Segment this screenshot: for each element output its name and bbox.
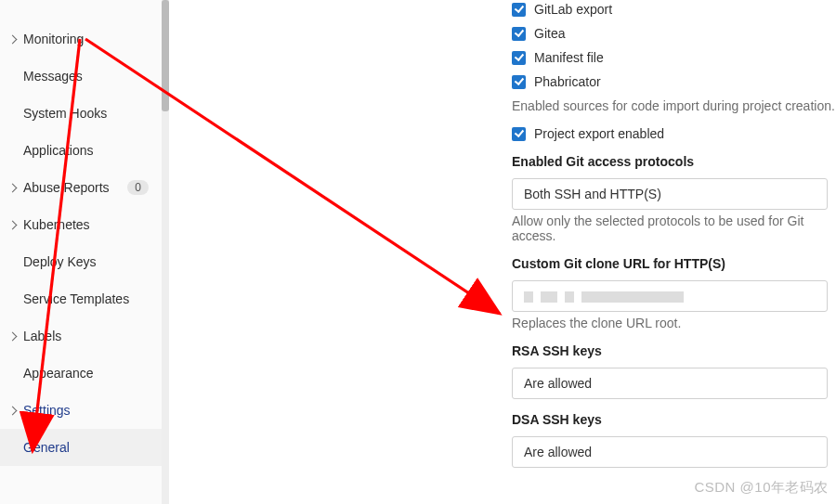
- sidebar-item-general[interactable]: General: [0, 429, 162, 466]
- scrollbar-thumb[interactable]: [162, 0, 169, 111]
- sidebar-item-applications[interactable]: Applications: [0, 132, 162, 169]
- sidebar-item-label: System Hooks: [23, 106, 152, 121]
- sidebar-item-label: Labels: [23, 329, 152, 343]
- sidebar-item-kubernetes[interactable]: Kubernetes: [0, 206, 162, 243]
- count-badge: 0: [127, 180, 149, 195]
- checkbox-manifest[interactable]: Manifest file: [512, 50, 836, 65]
- select-value: Are allowed: [524, 376, 592, 391]
- sidebar-item-label: Service Templates: [23, 291, 152, 306]
- redacted-text: [565, 291, 574, 303]
- sidebar-item-label: Settings: [23, 403, 152, 418]
- sidebar-item-messages[interactable]: Messages: [0, 58, 162, 95]
- chevron-right-icon: [8, 183, 18, 192]
- sidebar-item-deploy-keys[interactable]: Deploy Keys: [0, 243, 162, 280]
- sidebar-item-abuse-reports[interactable]: Abuse Reports 0: [0, 169, 162, 206]
- checkbox-phabricator[interactable]: Phabricator: [512, 74, 836, 89]
- sidebar-item-label: Kubernetes: [23, 217, 152, 232]
- chevron-right-icon: [8, 34, 18, 44]
- checkbox-gitea[interactable]: Gitea: [512, 26, 836, 41]
- sidebar-item-label: General: [23, 440, 152, 455]
- section-label-clone-url: Custom Git clone URL for HTTP(S): [512, 256, 836, 271]
- select-dsa-keys[interactable]: Are allowed: [512, 436, 828, 468]
- sidebar-item-labels[interactable]: Labels: [0, 317, 162, 355]
- sidebar-item-label: Appearance: [23, 366, 152, 381]
- checkbox-gitlab-export[interactable]: GitLab export: [512, 2, 836, 17]
- admin-sidebar: Monitoring Messages System Hooks Applica…: [0, 0, 163, 504]
- sidebar-item-system-hooks[interactable]: System Hooks: [0, 95, 162, 132]
- section-label-rsa-keys: RSA SSH keys: [512, 343, 836, 358]
- select-git-protocols[interactable]: Both SSH and HTTP(S): [512, 178, 828, 210]
- redacted-text: [581, 291, 684, 303]
- checkbox-checked-icon: [512, 75, 526, 89]
- section-label-git-protocols: Enabled Git access protocols: [512, 154, 836, 169]
- checkbox-checked-icon: [512, 27, 526, 41]
- sidebar-item-settings[interactable]: Settings: [0, 392, 162, 429]
- sidebar-item-label: Abuse Reports: [23, 180, 127, 195]
- checkbox-checked-icon: [512, 127, 526, 141]
- sidebar-item-appearance[interactable]: Appearance: [0, 355, 162, 392]
- chevron-right-icon: [8, 220, 18, 229]
- sidebar-item-label: Monitoring: [23, 32, 152, 46]
- redacted-text: [524, 291, 533, 303]
- checkbox-checked-icon: [512, 3, 526, 17]
- select-value: Are allowed: [524, 445, 592, 459]
- sidebar-item-label: Messages: [23, 69, 152, 84]
- select-value: Both SSH and HTTP(S): [524, 187, 661, 201]
- redacted-text: [541, 291, 557, 303]
- select-rsa-keys[interactable]: Are allowed: [512, 368, 828, 399]
- help-text: Replaces the clone URL root.: [512, 316, 836, 330]
- help-text: Enabled sources for code import during p…: [512, 98, 836, 113]
- checkbox-checked-icon: [512, 51, 526, 65]
- help-text: Allow only the selected protocols to be …: [512, 213, 836, 243]
- chevron-right-icon: [8, 406, 18, 415]
- input-clone-url[interactable]: [512, 280, 828, 312]
- sidebar-item-label: Applications: [23, 143, 152, 158]
- sidebar-item-service-templates[interactable]: Service Templates: [0, 280, 162, 317]
- section-label-dsa-keys: DSA SSH keys: [512, 412, 836, 427]
- sidebar-item-monitoring[interactable]: Monitoring: [0, 20, 162, 58]
- checkbox-label: Project export enabled: [534, 126, 664, 141]
- settings-content: GitLab export Gitea Manifest file Phabri…: [172, 0, 836, 504]
- checkbox-label: Manifest file: [534, 50, 604, 65]
- checkbox-project-export[interactable]: Project export enabled: [512, 126, 836, 141]
- checkbox-label: Phabricator: [534, 74, 601, 89]
- checkbox-label: GitLab export: [534, 2, 612, 17]
- chevron-right-icon: [8, 331, 18, 341]
- sidebar-item-label: Deploy Keys: [23, 254, 152, 269]
- checkbox-label: Gitea: [534, 26, 565, 41]
